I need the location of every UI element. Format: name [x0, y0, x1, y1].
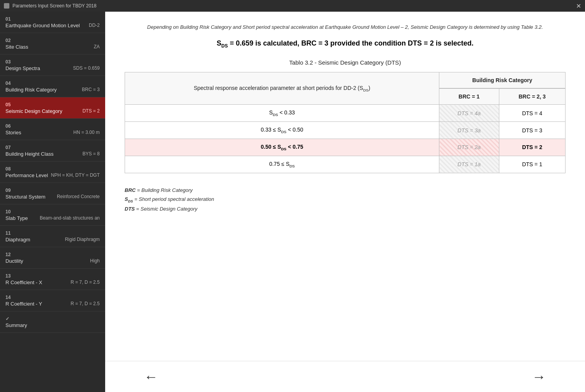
sidebar-item-02[interactable]: 02Site ClassZA	[0, 33, 105, 54]
table-brc-header: Building Risk Category	[439, 72, 566, 89]
table-cell-brc1: DTS = 2a	[439, 139, 499, 156]
sidebar-item-[interactable]: ✓Summary	[0, 311, 105, 333]
table-row: 0.50 ≤ SDS < 0.75DTS = 2aDTS = 2	[125, 139, 566, 156]
sidebar-item-value: R = 7, D = 2.5	[70, 301, 100, 306]
sidebar-item-06[interactable]: 06StoriesHN = 3.00 m	[0, 119, 105, 140]
sidebar-item-label: Slab Type	[5, 215, 28, 221]
sidebar-item-number: 08	[5, 166, 100, 172]
sidebar-item-value: BRC = 3	[82, 87, 100, 92]
sidebar-item-13[interactable]: 13R Coefficient - XR = 7, D = 2.5	[0, 269, 105, 290]
sidebar-item-04[interactable]: 04Building Risk CategoryBRC = 3	[0, 76, 105, 97]
sidebar-item-value: DTS = 2	[83, 108, 100, 114]
sidebar-item-label: R Coefficient - Y	[5, 301, 42, 307]
table-cell-brc2: DTS = 1	[499, 156, 565, 173]
table-row: 0.75 ≤ SDSDTS = 1aDTS = 1	[125, 156, 566, 173]
sidebar-item-value: HN = 3.00 m	[73, 130, 100, 135]
sidebar-item-label: Structural System	[5, 194, 46, 200]
sidebar-item-number: 02	[5, 38, 100, 43]
nav-footer: ← →	[105, 361, 585, 392]
back-button[interactable]: ←	[144, 370, 158, 384]
sidebar-item-03[interactable]: 03Design SpectraSDS = 0.659	[0, 54, 105, 76]
sidebar-item-number: 06	[5, 123, 100, 129]
table-cell-range: 0.50 ≤ SDS < 0.75	[125, 139, 439, 156]
table-cell-brc1: DTS = 1a	[439, 156, 499, 173]
sidebar-item-label: R Coefficient - X	[5, 279, 42, 285]
legend: BRC = Building Risk Category SDS = Short…	[125, 186, 566, 214]
table-cell-brc2: DTS = 3	[499, 122, 565, 139]
sidebar-item-label: Ductility	[5, 258, 23, 264]
sidebar-item-number: 04	[5, 81, 100, 86]
sidebar-item-label: Summary	[5, 322, 27, 328]
sidebar-item-08[interactable]: 08Performance LevelNPH = KH, DTY = DGT	[0, 162, 105, 183]
sidebar-item-label: Building Risk Category	[5, 87, 57, 93]
table-title: Tablo 3.2 - Seismic Design Category (DTS…	[125, 59, 566, 66]
window-title: Parameters Input Screen for TBDY 2018	[12, 3, 97, 9]
sidebar-item-number: 14	[5, 295, 100, 300]
formula-line: SDS = 0.659 is calculated, BRC = 3 provi…	[125, 39, 566, 49]
sidebar-item-number: 09	[5, 188, 100, 193]
table-row: SDS < 0.33DTS = 4aDTS = 4	[125, 105, 566, 122]
sidebar-item-label: Design Spectra	[5, 65, 40, 71]
table-cell-brc2: DTS = 2	[499, 139, 565, 156]
sidebar-item-number: 03	[5, 59, 100, 65]
content-area: Depending on Building Risk Category and …	[105, 12, 585, 361]
app-icon	[4, 3, 9, 9]
sidebar-item-label: Performance Level	[5, 172, 48, 178]
sidebar-item-10[interactable]: 10Slab TypeBeam-and-slab structures an	[0, 204, 105, 226]
sidebar-item-11[interactable]: 11DiaphragmRigid Diaphragm	[0, 226, 105, 247]
sidebar-item-value: DD-2	[89, 23, 100, 28]
sidebar-item-14[interactable]: 14R Coefficient - YR = 7, D = 2.5	[0, 290, 105, 311]
sidebar-item-value: SDS = 0.659	[73, 65, 100, 71]
sidebar-item-label: Earthquake Ground Motion Level	[5, 23, 80, 28]
sidebar-item-label: Site Class	[5, 44, 28, 50]
sidebar-item-number: 10	[5, 209, 100, 214]
legend-sds: SDS = Short period spectral acceleration	[125, 195, 566, 204]
titlebar-left: Parameters Input Screen for TBDY 2018	[4, 3, 97, 9]
table-brc1-header: BRC = 1	[439, 88, 499, 105]
sidebar-item-12[interactable]: 12DuctilityHigh	[0, 247, 105, 269]
sidebar-item-value: BYS = 8	[83, 151, 100, 156]
forward-button[interactable]: →	[532, 370, 546, 384]
table-brc2-header: BRC = 2, 3	[499, 88, 565, 105]
sidebar-item-label: Seismic Design Category	[5, 108, 62, 114]
sidebar-item-number: 07	[5, 145, 100, 150]
design-table: Spectral response acceleration parameter…	[125, 72, 566, 173]
sidebar-item-07[interactable]: 07Building Height ClassBYS = 8	[0, 140, 105, 162]
table-cell-brc1: DTS = 4a	[439, 105, 499, 122]
sidebar-item-label: Diaphragm	[5, 237, 30, 243]
sidebar-item-number: 11	[5, 230, 100, 236]
table-cell-brc2: DTS = 4	[499, 105, 565, 122]
table-cell-brc1: DTS = 3a	[439, 122, 499, 139]
sidebar-item-number: 01	[5, 16, 100, 22]
sidebar-item-value: Rigid Diaphragm	[65, 237, 100, 242]
sidebar-item-label: Building Height Class	[5, 151, 54, 157]
sidebar-item-number: 13	[5, 273, 100, 279]
sidebar-item-value: Beam-and-slab structures an	[40, 215, 100, 221]
table-cell-range: SDS < 0.33	[125, 105, 439, 122]
sidebar-item-01[interactable]: 01Earthquake Ground Motion LevelDD-2	[0, 12, 105, 33]
window-titlebar: Parameters Input Screen for TBDY 2018 ✕	[0, 0, 585, 12]
table-row: 0.33 ≤ SDS < 0.50DTS = 3aDTS = 3	[125, 122, 566, 139]
table-cell-range: 0.33 ≤ SDS < 0.50	[125, 122, 439, 139]
sidebar-item-09[interactable]: 09Structural SystemReinforced Concrete	[0, 183, 105, 204]
main-layout: 01Earthquake Ground Motion LevelDD-202Si…	[0, 12, 585, 392]
sidebar-item-value: High	[90, 258, 100, 264]
sidebar-item-value: R = 7, D = 2.5	[70, 279, 100, 285]
sidebar-item-05[interactable]: 05Seismic Design CategoryDTS = 2	[0, 97, 105, 119]
sidebar-item-value: Reinforced Concrete	[57, 194, 100, 199]
close-button[interactable]: ✕	[576, 2, 581, 10]
sidebar-item-label: Stories	[5, 130, 21, 135]
sidebar-item-value: ZA	[94, 44, 100, 49]
legend-dts: DTS = Seismic Design Category	[125, 204, 566, 213]
table-cell-range: 0.75 ≤ SDS	[125, 156, 439, 173]
sidebar: 01Earthquake Ground Motion LevelDD-202Si…	[0, 12, 105, 392]
table-col1-header: Spectral response acceleration parameter…	[125, 72, 439, 105]
sidebar-item-number: ✓	[5, 316, 100, 322]
legend-brc: BRC = Building Risk Category	[125, 186, 566, 195]
content-description: Depending on Building Risk Category and …	[125, 23, 566, 32]
sidebar-item-value: NPH = KH, DTY = DGT	[51, 172, 100, 178]
sidebar-item-number: 12	[5, 252, 100, 257]
sidebar-item-number: 05	[5, 102, 100, 107]
